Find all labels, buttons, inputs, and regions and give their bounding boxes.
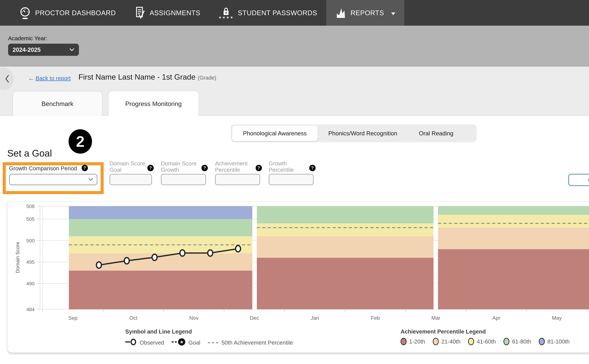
- percentile-swatch: [503, 338, 509, 345]
- svg-text:Apr: Apr: [492, 315, 500, 321]
- line-circle-icon: [125, 338, 137, 347]
- step-2-badge: 2: [69, 129, 92, 154]
- progress-monitoring-chart: 508505500495490484SepOctNovDecJanFebMarA…: [7, 202, 589, 324]
- svg-text:Mar: Mar: [431, 315, 440, 321]
- svg-text:495: 495: [26, 260, 35, 265]
- academic-year-select[interactable]: 2024-2025: [8, 44, 79, 56]
- svg-text:Nov: Nov: [189, 315, 199, 321]
- select-growth-comparison-period[interactable]: [9, 174, 97, 185]
- lock-icon: ✶✶✶✶: [218, 6, 234, 20]
- input-achievement-percentile: [215, 174, 260, 185]
- nav-item-assignments[interactable]: ASSIGNMENTS: [125, 0, 209, 26]
- tab-progress-monitoring[interactable]: Progress Monitoring: [109, 91, 198, 117]
- help-icon[interactable]: ?: [256, 165, 262, 171]
- toolbar: Academic Year: 2024-2025 Print: [0, 26, 589, 67]
- help-icon[interactable]: ?: [82, 165, 88, 171]
- back-to-report-link[interactable]: ← Back to report: [28, 74, 71, 82]
- legend-item-observed: Observed: [125, 338, 164, 347]
- page-title-suffix: (Grade): [198, 75, 216, 81]
- svg-text:Domain Score: Domain Score: [15, 242, 20, 273]
- nav-item-proctor-dashboard[interactable]: PROCTOR DASHBOARD: [10, 0, 125, 26]
- chevron-left-icon: [5, 74, 9, 83]
- svg-text:500: 500: [26, 238, 35, 243]
- tab-benchmark[interactable]: Benchmark: [13, 91, 102, 116]
- clipboard-check-icon: [134, 6, 146, 20]
- input-domain-score-goal: [110, 174, 152, 185]
- legend-item-50th-achievement-percentile: 50th Achievement Percentile: [208, 339, 293, 346]
- set-a-goal-heading: Set a Goal: [7, 148, 52, 159]
- nav-item-label: ASSIGNMENTS: [150, 9, 200, 17]
- svg-text:505: 505: [26, 216, 35, 222]
- svg-text:Jan: Jan: [311, 315, 319, 321]
- svg-text:Dec: Dec: [250, 315, 259, 321]
- academic-year-value: 2024-2025: [13, 46, 41, 53]
- page-title: First Name Last Name - 1st Grade (Grade): [79, 72, 216, 81]
- nav-item-label: REPORTS: [351, 9, 384, 17]
- input-domain-score-growth: [161, 174, 206, 185]
- subtab-oral-reading[interactable]: Oral Reading: [408, 126, 464, 141]
- back-arrow-icon: ←: [28, 74, 35, 82]
- subtab-phonological-awareness[interactable]: Phonological Awareness: [232, 126, 318, 141]
- field-label-domain-score-goal: Domain ScoreGoal: [110, 160, 145, 173]
- chevron-down-icon: [69, 48, 74, 51]
- percentile-swatch: [401, 338, 407, 345]
- help-icon[interactable]: ?: [147, 165, 154, 171]
- password-stars: ✶✶✶✶: [218, 16, 234, 20]
- caret-down-icon: [391, 9, 395, 17]
- legend-item-61-80th: 61-80th: [503, 338, 531, 345]
- percentile-swatch: [468, 338, 474, 345]
- cancel-button[interactable]: Cancel: [568, 174, 589, 186]
- nav-item-student-passwords[interactable]: ✶✶✶✶STUDENT PASSWORDS: [209, 0, 326, 26]
- chevron-down-icon: [88, 178, 93, 181]
- help-icon[interactable]: ?: [201, 165, 208, 171]
- svg-text:490: 490: [26, 281, 35, 286]
- chart-icon: [335, 7, 347, 19]
- svg-text:Feb: Feb: [371, 315, 380, 321]
- achievement-percentile-legend: Achievement Percentile Legend 1-20th21-4…: [401, 328, 570, 345]
- field-label-domain-score-growth: Domain ScoreGrowth: [161, 160, 197, 173]
- svg-text:★: ★: [180, 339, 184, 344]
- gauge-icon: [19, 6, 31, 20]
- legend-item-21-40th: 21-40th: [433, 338, 461, 345]
- nav-item-label: STUDENT PASSWORDS: [238, 9, 317, 17]
- nav-item-reports[interactable]: REPORTS: [326, 0, 404, 26]
- gray-dashes-icon: [208, 339, 219, 346]
- nav-item-label: PROCTOR DASHBOARD: [35, 9, 116, 17]
- svg-text:484: 484: [26, 307, 35, 312]
- legend-item-1-20th: 1-20th: [401, 338, 425, 345]
- svg-text:Sep: Sep: [68, 315, 78, 321]
- svg-text:Oct: Oct: [129, 315, 137, 321]
- symbol-line-legend: Symbol and Line Legend Observed★Goal50th…: [125, 328, 293, 347]
- svg-text:508: 508: [26, 203, 35, 209]
- academic-year-label: Academic Year:: [8, 35, 47, 42]
- input-growth-percentile: [269, 174, 314, 185]
- field-label-achievement-percentile: AchievementPercentile: [215, 160, 247, 173]
- domain-subtabs: Phonological AwarenessPhonics/Word Recog…: [231, 124, 476, 142]
- legend-item-41-60th: 41-60th: [468, 338, 496, 345]
- dash-star-icon: ★: [172, 338, 186, 347]
- page: PROCTOR DASHBOARDASSIGNMENTS✶✶✶✶STUDENT …: [0, 0, 589, 364]
- chart-card: 508505500495490484SepOctNovDecJanFebMarA…: [7, 201, 589, 353]
- percentile-swatch: [539, 338, 545, 345]
- svg-text:May: May: [552, 315, 562, 321]
- help-icon[interactable]: ?: [309, 165, 316, 171]
- legend-item-goal: ★Goal: [172, 338, 200, 347]
- field-label-growth-percentile: GrowthPercentile: [269, 160, 294, 173]
- subtab-phonics-word-recognition[interactable]: Phonics/Word Recognition: [318, 126, 408, 141]
- percentile-swatch: [433, 338, 439, 345]
- legend-item-81-100th: 81-100th: [539, 338, 570, 345]
- top-nav: PROCTOR DASHBOARDASSIGNMENTS✶✶✶✶STUDENT …: [0, 0, 589, 26]
